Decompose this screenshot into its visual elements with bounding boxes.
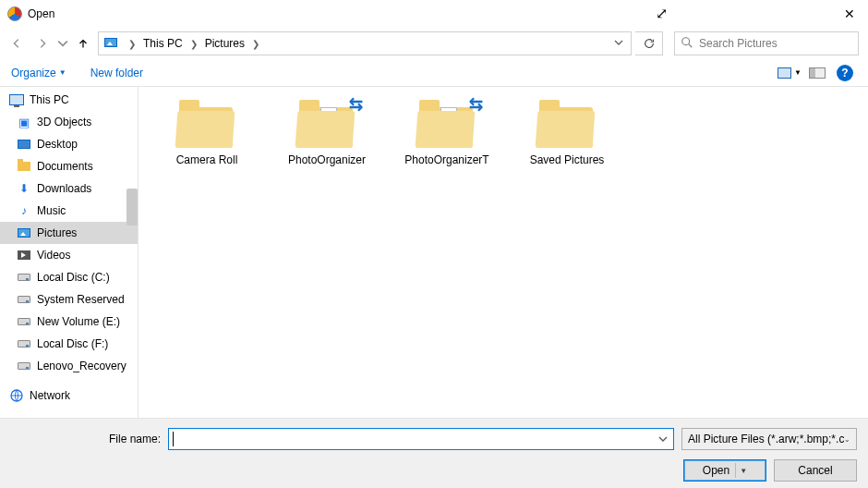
folder-item[interactable]: Saved Pictures [521,100,613,166]
tree-item-network[interactable]: Network [0,384,138,407]
video-icon [17,248,31,262]
filename-label: File name: [0,433,168,445]
breadcrumb-this-pc[interactable]: This PC [139,35,187,52]
help-icon: ? [837,65,853,81]
chevron-down-icon: ▼ [59,68,66,77]
folder-label: Camera Roll [176,153,238,166]
drive-icon [17,336,31,351]
file-list[interactable]: Camera Roll⇆PhotoOrganizer⇆PhotoOrganize… [139,87,868,418]
filename-history-dropdown[interactable] [653,434,673,444]
tree-item-lenovo-recovery[interactable]: Lenovo_Recovery [0,355,138,377]
filename-input[interactable] [168,428,674,450]
refresh-button[interactable] [635,31,663,55]
tree-item-label: This PC [30,93,69,106]
tree-item-label: Downloads [37,182,91,195]
down-icon: ⬇ [17,181,31,196]
drive-icon [17,359,31,373]
search-input[interactable]: Search Pictures [674,31,859,55]
folder-item[interactable]: Camera Roll [161,100,253,166]
up-button[interactable] [72,32,94,55]
net-icon [9,388,24,403]
navigation-tree[interactable]: This PC▣3D ObjectsDesktopDocuments⬇Downl… [0,87,139,418]
breadcrumb-pictures[interactable]: Pictures [201,35,248,52]
open-button[interactable]: Open ▼ [683,459,766,482]
search-placeholder: Search Pictures [699,37,778,50]
tree-item-documents[interactable]: Documents [0,155,138,177]
pic-icon [17,226,31,240]
back-button[interactable] [6,32,28,55]
folder-item[interactable]: ⇆PhotoOrganizerT [401,100,493,166]
folder-icon [176,100,237,148]
folder-icon [536,100,597,148]
file-type-filter-label: All Picture Files (*.arw;*.bmp;*.c [688,433,844,445]
tree-item-label: Network [30,389,70,402]
folder-label: PhotoOrganizerT [404,153,488,166]
close-button[interactable] [831,0,868,28]
sync-overlay-icon: ⇆ [469,94,483,115]
tree-item-label: System Reserved [37,293,125,306]
tree-item-3d-objects[interactable]: ▣3D Objects [0,111,138,133]
cancel-button[interactable]: Cancel [774,459,857,482]
svg-point-0 [682,37,690,44]
tree-item-music[interactable]: ♪Music [0,200,138,222]
chevron-right-icon[interactable]: ❯ [125,39,139,49]
tree-item-downloads[interactable]: ⬇Downloads [0,177,138,200]
chevron-down-icon: ⌄ [844,435,850,444]
chevron-down-icon: ▼ [740,467,747,475]
pictures-location-icon [104,37,121,50]
tree-item-label: New Volume (E:) [37,315,120,328]
tree-item-label: Lenovo_Recovery [37,360,127,372]
drive-icon [17,292,31,307]
file-type-filter[interactable]: All Picture Files (*.arw;*.bmp;*.c ⌄ [681,428,857,450]
folder-icon [17,159,31,174]
tree-item-new-volume-e-[interactable]: New Volume (E:) [0,311,138,333]
address-bar[interactable]: ❯ This PC ❯ Pictures ❯ [98,31,632,55]
monitor-icon [9,92,24,107]
tree-item-system-reserved[interactable]: System Reserved [0,288,138,311]
forward-button[interactable] [31,32,54,55]
preview-pane-button[interactable] [805,63,829,83]
drive-icon [17,270,31,285]
tree-item-label: Documents [37,160,93,173]
tree-item-pictures[interactable]: Pictures [0,222,138,244]
cube-icon: ▣ [17,115,31,129]
tree-item-videos[interactable]: Videos [0,244,138,266]
folder-icon: ⇆ [296,100,357,148]
new-folder-button[interactable]: New folder [90,67,143,79]
tree-item-this-pc[interactable]: This PC [0,89,138,111]
tree-item-label: Music [37,204,66,217]
recent-dropdown[interactable] [57,32,68,55]
tree-item-local-disc-c-[interactable]: Local Disc (C:) [0,266,138,288]
resize-cursor-icon [656,5,674,23]
app-icon [7,6,22,21]
tree-item-label: Videos [37,249,70,262]
tree-item-label: Local Disc (C:) [37,271,110,284]
tree-item-label: Desktop [37,138,78,151]
folder-label: Saved Pictures [530,153,605,166]
address-history-dropdown[interactable] [610,37,627,50]
tree-item-label: Local Disc (F:) [37,337,108,350]
tree-item-label: 3D Objects [37,116,91,128]
search-icon [681,36,693,52]
tree-scrollbar[interactable] [127,189,138,226]
drive-icon [17,314,31,329]
tree-item-label: Pictures [37,226,77,239]
folder-label: PhotoOrganizer [288,153,366,166]
music-icon: ♪ [17,203,31,218]
tree-item-desktop[interactable]: Desktop [0,133,138,155]
tree-item-local-disc-f-[interactable]: Local Disc (F:) [0,333,138,355]
folder-icon: ⇆ [416,100,477,148]
chevron-right-icon[interactable]: ❯ [187,39,201,49]
folder-item[interactable]: ⇆PhotoOrganizer [281,100,373,166]
desktop-icon [17,137,31,152]
window-title: Open [28,7,54,20]
sync-overlay-icon: ⇆ [349,94,363,115]
organize-menu[interactable]: Organize▼ [11,67,66,79]
view-mode-button[interactable]: ▼ [778,63,802,83]
help-button[interactable]: ? [833,63,857,83]
chevron-right-icon[interactable]: ❯ [248,39,263,49]
